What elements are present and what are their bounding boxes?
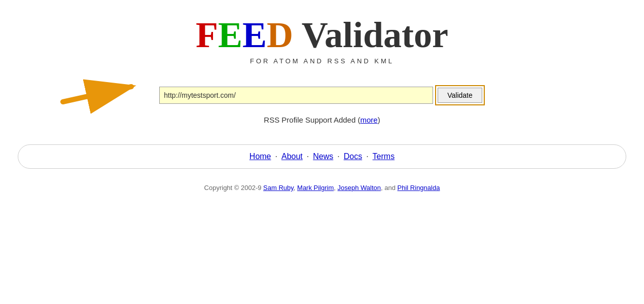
title-letter-e2: E — [242, 15, 267, 55]
footer: Copyright © 2002-9 Sam Ruby, Mark Pilgri… — [204, 184, 440, 192]
nav-news[interactable]: News — [313, 152, 333, 161]
rss-notice-more-link[interactable]: more — [360, 116, 377, 124]
validate-button-wrapper: Validate — [435, 85, 485, 105]
title-letter-e1: E — [218, 15, 242, 55]
site-title: FEED Validator — [196, 15, 448, 55]
nav-home[interactable]: Home — [249, 152, 271, 161]
rss-notice-text-before: RSS Profile Support Added ( — [264, 116, 360, 124]
author-sam-ruby[interactable]: Sam Ruby — [263, 184, 294, 192]
site-subtitle: FOR ATOM AND RSS AND KML — [196, 57, 448, 65]
nav-sep-1: · — [275, 152, 277, 161]
nav-links: Home · About · News · Docs · Terms — [249, 152, 395, 161]
footer-comma-1: , — [294, 184, 297, 192]
svg-line-1 — [63, 87, 131, 102]
nav-sep-4: · — [366, 152, 368, 161]
title-letter-f: F — [196, 15, 218, 55]
author-mark-pilgrim[interactable]: Mark Pilgrim — [297, 184, 334, 192]
author-phil-ringnalda[interactable]: Phil Ringnalda — [398, 184, 440, 192]
author-joseph-walton[interactable]: Joseph Walton — [338, 184, 381, 192]
page-wrapper: FEED Validator FOR ATOM AND RSS AND KML … — [0, 0, 644, 304]
nav-sep-3: · — [337, 152, 339, 161]
url-input[interactable] — [159, 87, 433, 104]
arrow-indicator — [58, 74, 139, 117]
title-letter-d: D — [267, 15, 293, 55]
title-word-validator: Validator — [293, 15, 448, 55]
nav-docs[interactable]: Docs — [344, 152, 362, 161]
footer-comma-2: , — [334, 184, 337, 192]
copyright-text: Copyright © 2002-9 — [204, 184, 264, 192]
validate-button[interactable]: Validate — [438, 88, 482, 103]
nav-about[interactable]: About — [281, 152, 303, 161]
nav-bar: Home · About · News · Docs · Terms — [18, 144, 626, 169]
input-area: Validate — [159, 85, 485, 105]
nav-sep-2: · — [307, 152, 309, 161]
nav-terms[interactable]: Terms — [373, 152, 395, 161]
rss-notice: RSS Profile Support Added (more) — [264, 116, 380, 124]
rss-notice-text-after: ) — [378, 116, 380, 124]
title-area: FEED Validator FOR ATOM AND RSS AND KML — [196, 15, 448, 80]
footer-and: , and — [381, 184, 398, 192]
